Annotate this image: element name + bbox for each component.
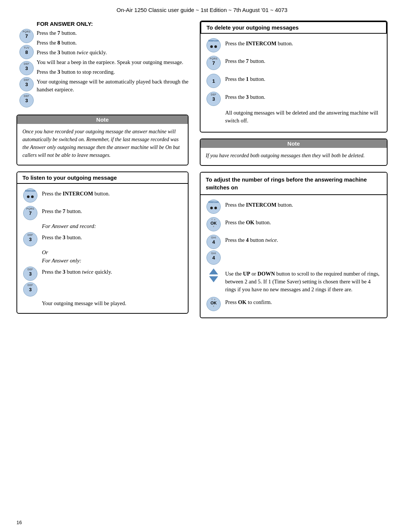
button-8: TUV 8 [19, 45, 34, 59]
listen-section: To listen to your outgoing message Inter… [16, 171, 189, 314]
listen-7-text: Press the 7 button. [42, 205, 183, 215]
intercom-button: Intercom [23, 188, 37, 203]
delete-button-3: DEF 3 [206, 92, 221, 106]
note-title-2: Note [201, 139, 387, 148]
listen-section-title: To listen to your outgoing message [17, 172, 188, 184]
left-column: PQRS 7 TUV 8 DEF 3 DEF 3 [16, 21, 189, 324]
delete-7-slot: PQRS 7 [206, 55, 221, 70]
for-answer-record-label: For Answer and record: [22, 223, 183, 229]
rings-4-slot: GHI 4 GHI 4 [206, 234, 221, 265]
delete-intercom-text: Press the INTERCOM button. [225, 37, 382, 48]
arrow-down-icon [209, 276, 218, 282]
header-title: On-Air 1250 Classic user guide ~ 1st Edi… [117, 7, 288, 13]
page-header: On-Air 1250 Classic user guide ~ 1st Edi… [0, 0, 404, 17]
button-3-c: DEF 3 [19, 93, 34, 107]
button-3bc-slot: DEF 3 DEF 3 [22, 266, 38, 297]
button-7: PQRS 7 [19, 29, 34, 43]
delete-button-1: 1 [206, 74, 221, 88]
button-3a-slot: DEF 3 [22, 231, 38, 247]
listen-3a-text: Press the 3 button. [42, 231, 183, 241]
delete-final-text: All outgoing messages will be deleted an… [206, 109, 382, 125]
listen-step-intercom: Intercom Press the INTERCOM button. [22, 188, 183, 203]
rings-section-body: Intercom Press the INTERCOM button. [201, 195, 387, 311]
for-answer-only-section: PQRS 7 TUV 8 DEF 3 DEF 3 [16, 21, 189, 108]
page-number: 16 [16, 520, 22, 525]
rings-arrows-slot [206, 268, 221, 282]
delete-intercom-button: Intercom [206, 38, 221, 52]
delete-7-text: Press the 7 button. [225, 55, 382, 65]
delete-step-intercom: Intercom Press the INTERCOM button. [206, 37, 382, 52]
step-3: Press the 3 button twice quickly. [37, 49, 189, 57]
note-box-1: Note Once you have recorded your outgoin… [16, 115, 189, 165]
listen-intercom-text: Press the INTERCOM button. [42, 188, 183, 198]
rings-4-text: Press the 4 button twice. [225, 234, 382, 244]
button-3-a: DEF 3 [19, 61, 34, 75]
note-box-2: Note If you have recorded both outgoing … [200, 139, 388, 166]
listen-button-3a: DEF 3 [23, 232, 37, 246]
for-answer-only-text: FOR ANSWER ONLY: Press the 7 button. Pre… [37, 21, 189, 108]
note-text-1: Once you have recorded your outgoing mes… [22, 128, 183, 159]
listen-3b-text: Press the 3 button twice quickly. [42, 266, 183, 276]
listen-button-7: PQRS 7 [23, 206, 37, 220]
main-content: PQRS 7 TUV 8 DEF 3 DEF 3 [0, 17, 404, 324]
rings-arrows-text: Use the UP or DOWN button to scroll to t… [225, 268, 382, 294]
delete-1-slot: 1 [206, 73, 221, 88]
step-1: Press the 7 button. [37, 29, 189, 37]
rings-intercom-slot: Intercom [206, 199, 221, 214]
listen-final-text: Your outgoing message will be played. [22, 300, 183, 307]
for-answer-only-label: For Answer only: [22, 258, 183, 264]
arrow-up-icon [209, 268, 218, 274]
right-column: To delete your outgoing messages Interco… [200, 21, 388, 324]
listen-button-3b: DEF 3 [23, 267, 37, 281]
rings-step-ok2: C ▲ OK ▼ Press OK to confirm. [206, 296, 382, 311]
rings-ok-button-1: C ▲ OK ▼ [206, 217, 221, 231]
listen-button-3c: DEF 3 [23, 282, 37, 297]
delete-button-7: PQRS 7 [206, 56, 221, 70]
note-text-2: If you have recorded both outgoing messa… [206, 152, 382, 159]
delete-intercom-slot: Intercom [206, 37, 221, 52]
step-5: Press the 3 button to stop recording. [37, 68, 189, 76]
listen-step-7: PQRS 7 Press the 7 button. [22, 205, 183, 221]
step-4: You will hear a beep in the earpiece. Sp… [37, 58, 189, 66]
step-2: Press the 8 button. [37, 39, 189, 47]
rings-button-4a: GHI 4 [206, 235, 221, 249]
rings-ok1-text: Press the OK button. [225, 216, 382, 227]
delete-step-1: 1 Press the 1 button. [206, 73, 382, 88]
page-footer: 16 [16, 520, 22, 525]
for-answer-only-title: FOR ANSWER ONLY: [37, 21, 189, 27]
button-3-b: DEF 3 [19, 77, 34, 91]
rings-step-arrows: Use the UP or DOWN button to scroll to t… [206, 268, 382, 294]
rings-step-ok1: C ▲ OK ▼ Press the OK button. [206, 216, 382, 231]
delete-section: To delete your outgoing messages Interco… [200, 21, 388, 133]
listen-section-body: Intercom Press the INTERCOM button. [17, 184, 188, 307]
button-7-slot: PQRS 7 [22, 205, 38, 221]
delete-1-text: Press the 1 button. [225, 73, 382, 83]
note-title-1: Note [17, 115, 188, 124]
step-6: Your outgoing message will be automatica… [37, 78, 189, 94]
rings-step-intercom: Intercom Press the INTERCOM button. [206, 199, 382, 214]
intercom-icon-slot: Intercom [22, 188, 38, 203]
rings-section-title: To adjust the number of rings before the… [201, 173, 387, 195]
listen-step-3a: DEF 3 Press the 3 button. [22, 231, 183, 247]
rings-button-4b: GHI 4 [206, 250, 221, 265]
rings-section: To adjust the number of rings before the… [200, 172, 388, 318]
rings-ok2-slot: C ▲ OK ▼ [206, 296, 221, 311]
or-label: Or [22, 249, 183, 256]
up-down-arrows [209, 268, 218, 282]
delete-section-body: Intercom Press the INTERCOM button. [201, 34, 387, 125]
delete-step-7: PQRS 7 Press the 7 button. [206, 55, 382, 70]
rings-ok1-slot: C ▲ OK ▼ [206, 216, 221, 231]
rings-ok2-text: Press OK to confirm. [225, 296, 382, 306]
button-column: PQRS 7 TUV 8 DEF 3 DEF 3 [16, 21, 37, 108]
delete-3-text: Press the 3 button. [225, 91, 382, 101]
rings-ok-button-2: C ▲ OK ▼ [206, 297, 221, 311]
delete-step-3: DEF 3 Press the 3 button. [206, 91, 382, 106]
delete-3-slot: DEF 3 [206, 91, 221, 106]
rings-intercom-button: Intercom [206, 200, 221, 214]
delete-section-title: To delete your outgoing messages [201, 21, 387, 34]
rings-step-4: GHI 4 GHI 4 Press the 4 button twice. [206, 234, 382, 265]
rings-intercom-text: Press the INTERCOM button. [225, 199, 382, 209]
listen-step-3b: DEF 3 DEF 3 Press the 3 button twice qui… [22, 266, 183, 297]
